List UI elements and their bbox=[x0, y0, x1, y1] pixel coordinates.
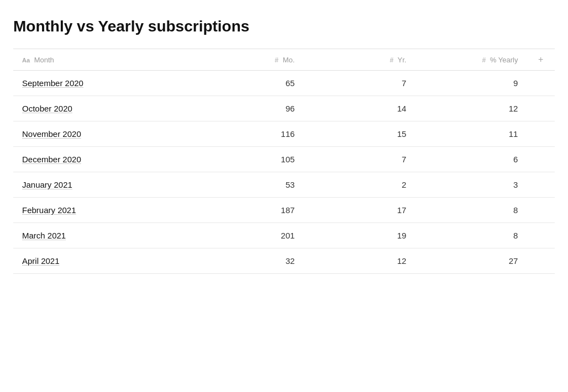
cell-mo: 96 bbox=[203, 96, 304, 121]
cell-month[interactable]: December 2020 bbox=[13, 147, 203, 172]
cell-mo: 65 bbox=[203, 71, 304, 96]
cell-yr: 19 bbox=[303, 223, 415, 248]
cell-pct-yearly: 27 bbox=[415, 248, 527, 274]
col-header-month[interactable]: Aa Month bbox=[13, 49, 203, 71]
cell-pct-yearly: 6 bbox=[415, 147, 527, 172]
col-header-yr[interactable]: # Yr. bbox=[303, 49, 415, 71]
table-row: October 2020961412 bbox=[13, 96, 555, 121]
cell-month[interactable]: October 2020 bbox=[13, 96, 203, 121]
cell-mo: 187 bbox=[203, 198, 304, 223]
col-yr-label: Yr. bbox=[397, 56, 406, 64]
cell-month[interactable]: March 2021 bbox=[13, 223, 203, 248]
cell-pct-yearly: 3 bbox=[415, 172, 527, 198]
table-row: April 2021321227 bbox=[13, 248, 555, 274]
table-row: September 20206579 bbox=[13, 71, 555, 96]
cell-yr: 7 bbox=[303, 147, 415, 172]
cell-month[interactable]: February 2021 bbox=[13, 198, 203, 223]
col-month-label: Month bbox=[34, 56, 54, 64]
page-title: Monthly vs Yearly subscriptions bbox=[13, 18, 555, 35]
cell-pct-yearly: 8 bbox=[415, 223, 527, 248]
cell-mo: 116 bbox=[203, 121, 304, 147]
cell-yr: 7 bbox=[303, 71, 415, 96]
cell-mo: 201 bbox=[203, 223, 304, 248]
text-icon: Aa bbox=[22, 57, 30, 63]
table-header-row: Aa Month # Mo. # Yr. # % Yearly + bbox=[13, 49, 555, 71]
cell-yr: 2 bbox=[303, 172, 415, 198]
add-column-button[interactable]: + bbox=[527, 49, 555, 71]
table-container: Aa Month # Mo. # Yr. # % Yearly + Sept bbox=[13, 49, 555, 274]
cell-yr: 14 bbox=[303, 96, 415, 121]
cell-mo: 32 bbox=[203, 248, 304, 274]
hash-icon-yr: # bbox=[390, 56, 393, 64]
cell-month[interactable]: January 2021 bbox=[13, 172, 203, 198]
col-pct-label: % Yearly bbox=[490, 56, 518, 64]
table-row: November 20201161511 bbox=[13, 121, 555, 147]
cell-month[interactable]: September 2020 bbox=[13, 71, 203, 96]
cell-pct-yearly: 8 bbox=[415, 198, 527, 223]
cell-mo: 53 bbox=[203, 172, 304, 198]
cell-pct-yearly: 12 bbox=[415, 96, 527, 121]
cell-yr: 12 bbox=[303, 248, 415, 274]
cell-pct-yearly: 11 bbox=[415, 121, 527, 147]
cell-pct-yearly: 9 bbox=[415, 71, 527, 96]
cell-yr: 15 bbox=[303, 121, 415, 147]
col-header-mo[interactable]: # Mo. bbox=[203, 49, 304, 71]
table-body: September 20206579October 2020961412Nove… bbox=[13, 71, 555, 274]
cell-yr: 17 bbox=[303, 198, 415, 223]
cell-mo: 105 bbox=[203, 147, 304, 172]
table-row: March 2021201198 bbox=[13, 223, 555, 248]
cell-month[interactable]: November 2020 bbox=[13, 121, 203, 147]
col-mo-label: Mo. bbox=[283, 56, 295, 64]
hash-icon-pct: # bbox=[482, 56, 486, 64]
table-row: January 20215323 bbox=[13, 172, 555, 198]
subscriptions-table: Aa Month # Mo. # Yr. # % Yearly + Sept bbox=[13, 49, 555, 274]
table-row: February 2021187178 bbox=[13, 198, 555, 223]
cell-month[interactable]: April 2021 bbox=[13, 248, 203, 274]
hash-icon-mo: # bbox=[275, 56, 278, 64]
col-header-pct-yearly[interactable]: # % Yearly bbox=[415, 49, 527, 71]
table-row: December 202010576 bbox=[13, 147, 555, 172]
